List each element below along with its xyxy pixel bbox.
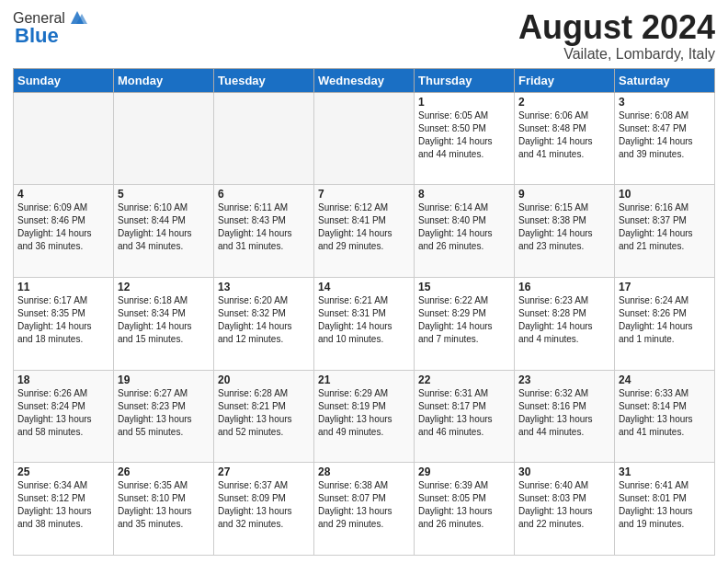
day-info: Sunrise: 6:10 AMSunset: 8:44 PMDaylight:…: [118, 201, 210, 253]
day-info: Sunrise: 6:29 AMSunset: 8:19 PMDaylight:…: [318, 387, 410, 439]
col-saturday: Saturday: [615, 68, 715, 92]
day-number: 19: [118, 373, 210, 386]
day-number: 16: [518, 281, 610, 293]
day-info: Sunrise: 6:31 AMSunset: 8:17 PMDaylight:…: [418, 387, 510, 439]
day-number: 3: [619, 96, 711, 109]
day-info: Sunrise: 6:23 AMSunset: 8:28 PMDaylight:…: [518, 294, 610, 346]
calendar-cell: 14Sunrise: 6:21 AMSunset: 8:31 PMDayligh…: [314, 277, 415, 370]
calendar-cell: 18Sunrise: 6:26 AMSunset: 8:24 PMDayligh…: [14, 370, 114, 463]
day-info: Sunrise: 6:40 AMSunset: 8:03 PMDaylight:…: [518, 479, 610, 531]
month-year: August 2024: [518, 9, 715, 46]
location: Vailate, Lombardy, Italy: [518, 46, 715, 63]
day-number: 24: [619, 373, 711, 386]
day-info: Sunrise: 6:11 AMSunset: 8:43 PMDaylight:…: [218, 201, 310, 253]
day-number: 6: [218, 188, 310, 201]
calendar-cell: 7Sunrise: 6:12 AMSunset: 8:41 PMDaylight…: [314, 185, 415, 278]
day-number: 10: [619, 188, 711, 201]
calendar-cell: 2Sunrise: 6:06 AMSunset: 8:48 PMDaylight…: [515, 92, 615, 185]
day-number: 15: [418, 281, 510, 293]
title-block: August 2024 Vailate, Lombardy, Italy: [518, 9, 715, 63]
day-info: Sunrise: 6:24 AMSunset: 8:26 PMDaylight:…: [619, 294, 711, 346]
day-info: Sunrise: 6:15 AMSunset: 8:38 PMDaylight:…: [518, 201, 610, 253]
day-info: Sunrise: 6:39 AMSunset: 8:05 PMDaylight:…: [418, 479, 510, 531]
day-info: Sunrise: 6:37 AMSunset: 8:09 PMDaylight:…: [218, 479, 310, 531]
day-number: 18: [17, 373, 109, 386]
day-number: 28: [318, 465, 410, 478]
day-info: Sunrise: 6:28 AMSunset: 8:21 PMDaylight:…: [218, 387, 310, 439]
calendar-cell: 27Sunrise: 6:37 AMSunset: 8:09 PMDayligh…: [214, 463, 314, 556]
col-thursday: Thursday: [415, 68, 515, 92]
calendar-cell: 1Sunrise: 6:05 AMSunset: 8:50 PMDaylight…: [415, 92, 515, 185]
day-info: Sunrise: 6:26 AMSunset: 8:24 PMDaylight:…: [17, 387, 109, 439]
day-number: 4: [17, 188, 109, 201]
day-number: 30: [518, 465, 610, 478]
calendar-cell: 29Sunrise: 6:39 AMSunset: 8:05 PMDayligh…: [415, 463, 515, 556]
calendar-cell: 11Sunrise: 6:17 AMSunset: 8:35 PMDayligh…: [14, 277, 114, 370]
day-number: 22: [418, 373, 510, 386]
calendar-week-row: 11Sunrise: 6:17 AMSunset: 8:35 PMDayligh…: [14, 277, 715, 370]
calendar-cell: [214, 92, 314, 185]
day-info: Sunrise: 6:35 AMSunset: 8:10 PMDaylight:…: [118, 479, 210, 531]
col-wednesday: Wednesday: [314, 68, 415, 92]
day-number: 1: [418, 96, 510, 109]
calendar-table: Sunday Monday Tuesday Wednesday Thursday…: [13, 68, 715, 556]
day-info: Sunrise: 6:06 AMSunset: 8:48 PMDaylight:…: [518, 109, 610, 161]
day-number: 8: [418, 188, 510, 201]
calendar-cell: 9Sunrise: 6:15 AMSunset: 8:38 PMDaylight…: [515, 185, 615, 278]
calendar-cell: 17Sunrise: 6:24 AMSunset: 8:26 PMDayligh…: [615, 277, 715, 370]
day-number: 2: [518, 96, 610, 109]
day-info: Sunrise: 6:08 AMSunset: 8:47 PMDaylight:…: [619, 109, 711, 161]
day-info: Sunrise: 6:20 AMSunset: 8:32 PMDaylight:…: [218, 294, 310, 346]
calendar-week-row: 4Sunrise: 6:09 AMSunset: 8:46 PMDaylight…: [14, 185, 715, 278]
calendar-cell: 22Sunrise: 6:31 AMSunset: 8:17 PMDayligh…: [415, 370, 515, 463]
calendar-cell: [14, 92, 114, 185]
calendar-cell: 3Sunrise: 6:08 AMSunset: 8:47 PMDaylight…: [615, 92, 715, 185]
calendar-cell: 16Sunrise: 6:23 AMSunset: 8:28 PMDayligh…: [515, 277, 615, 370]
day-info: Sunrise: 6:17 AMSunset: 8:35 PMDaylight:…: [17, 294, 109, 346]
calendar-cell: 20Sunrise: 6:28 AMSunset: 8:21 PMDayligh…: [214, 370, 314, 463]
day-info: Sunrise: 6:18 AMSunset: 8:34 PMDaylight:…: [118, 294, 210, 346]
calendar-cell: 28Sunrise: 6:38 AMSunset: 8:07 PMDayligh…: [314, 463, 415, 556]
header: General Blue August 2024 Vailate, Lombar…: [13, 9, 715, 63]
day-number: 31: [619, 465, 711, 478]
day-info: Sunrise: 6:05 AMSunset: 8:50 PMDaylight:…: [418, 109, 510, 161]
day-info: Sunrise: 6:09 AMSunset: 8:46 PMDaylight:…: [17, 201, 109, 253]
day-number: 17: [619, 281, 711, 293]
calendar-cell: 10Sunrise: 6:16 AMSunset: 8:37 PMDayligh…: [615, 185, 715, 278]
day-info: Sunrise: 6:38 AMSunset: 8:07 PMDaylight:…: [318, 479, 410, 531]
day-info: Sunrise: 6:34 AMSunset: 8:12 PMDaylight:…: [17, 479, 109, 531]
day-number: 21: [318, 373, 410, 386]
logo: General Blue: [13, 9, 87, 48]
day-number: 20: [218, 373, 310, 386]
day-number: 29: [418, 465, 510, 478]
logo-icon: [67, 7, 87, 28]
calendar-cell: 26Sunrise: 6:35 AMSunset: 8:10 PMDayligh…: [114, 463, 214, 556]
calendar-cell: 31Sunrise: 6:41 AMSunset: 8:01 PMDayligh…: [615, 463, 715, 556]
day-number: 26: [118, 465, 210, 478]
day-number: 25: [17, 465, 109, 478]
day-info: Sunrise: 6:22 AMSunset: 8:29 PMDaylight:…: [418, 294, 510, 346]
day-number: 9: [518, 188, 610, 201]
calendar-cell: 12Sunrise: 6:18 AMSunset: 8:34 PMDayligh…: [114, 277, 214, 370]
logo-blue-text: Blue: [15, 24, 59, 48]
day-info: Sunrise: 6:41 AMSunset: 8:01 PMDaylight:…: [619, 479, 711, 531]
day-number: 11: [17, 281, 109, 293]
day-info: Sunrise: 6:27 AMSunset: 8:23 PMDaylight:…: [118, 387, 210, 439]
calendar-cell: 19Sunrise: 6:27 AMSunset: 8:23 PMDayligh…: [114, 370, 214, 463]
calendar-cell: 23Sunrise: 6:32 AMSunset: 8:16 PMDayligh…: [515, 370, 615, 463]
day-number: 23: [518, 373, 610, 386]
day-info: Sunrise: 6:33 AMSunset: 8:14 PMDaylight:…: [619, 387, 711, 439]
day-number: 27: [218, 465, 310, 478]
day-info: Sunrise: 6:32 AMSunset: 8:16 PMDaylight:…: [518, 387, 610, 439]
day-info: Sunrise: 6:14 AMSunset: 8:40 PMDaylight:…: [418, 201, 510, 253]
calendar-cell: 24Sunrise: 6:33 AMSunset: 8:14 PMDayligh…: [615, 370, 715, 463]
col-monday: Monday: [114, 68, 214, 92]
calendar-cell: 13Sunrise: 6:20 AMSunset: 8:32 PMDayligh…: [214, 277, 314, 370]
calendar-header-row: Sunday Monday Tuesday Wednesday Thursday…: [14, 68, 715, 92]
calendar-cell: 5Sunrise: 6:10 AMSunset: 8:44 PMDaylight…: [114, 185, 214, 278]
col-sunday: Sunday: [14, 68, 114, 92]
calendar-cell: 30Sunrise: 6:40 AMSunset: 8:03 PMDayligh…: [515, 463, 615, 556]
day-number: 7: [318, 188, 410, 201]
day-number: 13: [218, 281, 310, 293]
calendar-cell: 15Sunrise: 6:22 AMSunset: 8:29 PMDayligh…: [415, 277, 515, 370]
